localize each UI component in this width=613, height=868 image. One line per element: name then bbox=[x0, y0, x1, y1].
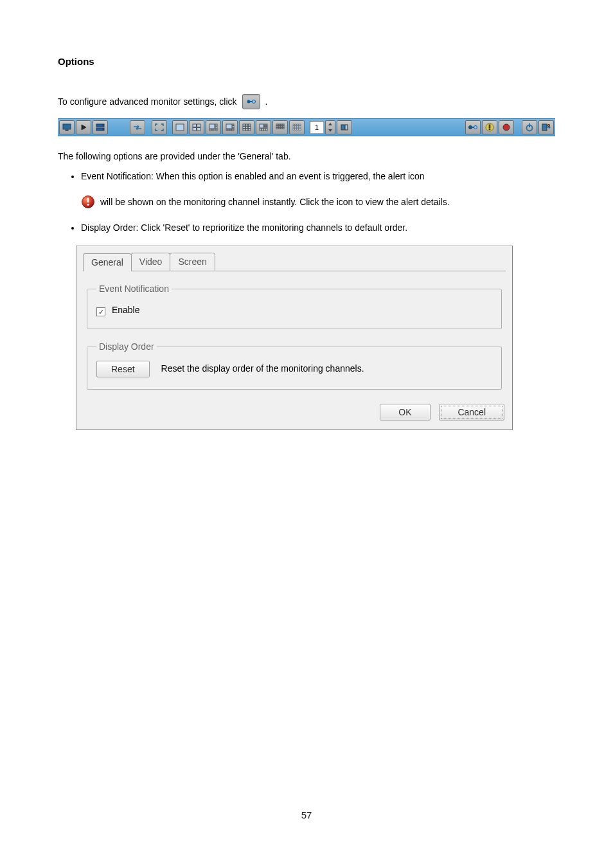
play-icon-button[interactable] bbox=[76, 120, 91, 134]
page-number: 57 bbox=[0, 808, 613, 823]
svg-rect-46 bbox=[265, 129, 267, 131]
fullscreen-icon-button[interactable] bbox=[152, 120, 167, 134]
page-spinner[interactable] bbox=[325, 120, 335, 134]
svg-rect-63 bbox=[293, 126, 295, 127]
svg-marker-76 bbox=[328, 129, 332, 132]
svg-rect-30 bbox=[245, 124, 248, 126]
svg-point-85 bbox=[503, 124, 510, 131]
alert-status-icon-button[interactable] bbox=[482, 120, 497, 134]
svg-rect-58 bbox=[283, 127, 285, 129]
svg-rect-69 bbox=[297, 127, 299, 129]
layout-1-icon[interactable] bbox=[172, 120, 188, 134]
svg-rect-47 bbox=[276, 124, 278, 125]
enable-label: Enable bbox=[112, 305, 140, 315]
group-event-notification-legend: Event Notification bbox=[96, 282, 172, 296]
layout-4-icon[interactable] bbox=[189, 120, 204, 134]
layout-9-icon[interactable] bbox=[239, 120, 254, 134]
options-icon-button[interactable] bbox=[465, 120, 481, 134]
svg-rect-23 bbox=[233, 126, 234, 127]
server-icon-button[interactable] bbox=[93, 120, 108, 134]
svg-rect-50 bbox=[283, 124, 285, 125]
svg-rect-16 bbox=[215, 124, 217, 126]
section-title: Options bbox=[58, 54, 555, 69]
svg-rect-44 bbox=[262, 129, 263, 131]
page-number-input[interactable]: 1 bbox=[310, 121, 324, 134]
svg-rect-74 bbox=[299, 129, 301, 131]
options-icon bbox=[242, 94, 260, 109]
tab-general[interactable]: General bbox=[83, 253, 132, 271]
svg-rect-62 bbox=[299, 124, 301, 125]
svg-rect-10 bbox=[176, 124, 184, 131]
svg-rect-49 bbox=[280, 124, 282, 125]
layout-16-icon[interactable] bbox=[289, 120, 305, 134]
enable-checkbox[interactable] bbox=[96, 307, 105, 316]
svg-rect-83 bbox=[489, 125, 490, 128]
svg-point-0 bbox=[247, 100, 250, 104]
svg-rect-57 bbox=[280, 127, 282, 129]
svg-rect-88 bbox=[542, 124, 547, 131]
svg-point-89 bbox=[547, 124, 549, 126]
svg-rect-41 bbox=[264, 127, 265, 129]
svg-rect-22 bbox=[233, 124, 234, 125]
svg-rect-39 bbox=[264, 124, 265, 126]
svg-rect-72 bbox=[295, 129, 297, 131]
svg-rect-35 bbox=[243, 129, 245, 131]
svg-rect-24 bbox=[233, 127, 234, 129]
svg-rect-15 bbox=[209, 124, 215, 129]
svg-rect-28 bbox=[232, 129, 234, 131]
ok-button[interactable]: OK bbox=[380, 404, 430, 420]
svg-rect-27 bbox=[230, 129, 232, 131]
svg-rect-43 bbox=[260, 129, 262, 131]
svg-rect-67 bbox=[293, 127, 295, 129]
svg-rect-36 bbox=[245, 129, 248, 131]
svg-rect-77 bbox=[341, 125, 344, 130]
monitor-icon-button[interactable] bbox=[59, 120, 75, 134]
svg-rect-21 bbox=[226, 124, 232, 129]
svg-point-9 bbox=[102, 129, 103, 130]
svg-rect-45 bbox=[263, 129, 265, 131]
svg-rect-31 bbox=[248, 124, 251, 126]
switch-icon-button[interactable] bbox=[130, 120, 145, 134]
alert-icon bbox=[81, 195, 95, 209]
svg-rect-84 bbox=[489, 129, 490, 130]
svg-point-8 bbox=[102, 125, 103, 126]
svg-rect-64 bbox=[295, 126, 297, 127]
svg-rect-48 bbox=[278, 124, 280, 125]
svg-rect-18 bbox=[209, 129, 211, 131]
layout-6-icon[interactable] bbox=[206, 120, 221, 134]
svg-rect-33 bbox=[245, 127, 248, 129]
svg-rect-61 bbox=[297, 124, 299, 125]
svg-rect-12 bbox=[197, 124, 201, 127]
svg-point-79 bbox=[469, 126, 472, 129]
tab-screen[interactable]: Screen bbox=[170, 253, 215, 271]
intro-text-before: To configure advanced monitor settings, … bbox=[58, 95, 237, 109]
layout-12-icon[interactable] bbox=[272, 120, 288, 134]
svg-rect-26 bbox=[228, 129, 230, 131]
svg-rect-68 bbox=[295, 127, 297, 129]
cancel-button[interactable]: Cancel bbox=[439, 404, 504, 420]
bullet-event-notification: Event Notification: When this option is … bbox=[81, 168, 555, 185]
svg-rect-78 bbox=[345, 125, 348, 130]
svg-rect-38 bbox=[260, 124, 263, 128]
power-icon-button[interactable] bbox=[522, 120, 537, 134]
exit-icon-button[interactable] bbox=[538, 120, 554, 134]
svg-rect-54 bbox=[283, 126, 285, 127]
reset-button[interactable]: Reset bbox=[96, 361, 150, 377]
sequence-icon-button[interactable] bbox=[337, 120, 352, 134]
toolbar: 1 bbox=[58, 118, 555, 136]
svg-rect-53 bbox=[280, 126, 282, 127]
svg-point-92 bbox=[87, 204, 89, 206]
svg-marker-5 bbox=[82, 125, 86, 130]
bullet-display-order: Display Order: Click 'Reset' to repriori… bbox=[81, 220, 555, 237]
group-display-order-legend: Display Order bbox=[96, 339, 157, 354]
group-event-notification: Event Notification Enable bbox=[87, 282, 502, 329]
record-icon-button[interactable] bbox=[499, 120, 514, 134]
layout-8-icon[interactable] bbox=[222, 120, 238, 134]
svg-rect-20 bbox=[215, 129, 217, 131]
layout-10-icon[interactable] bbox=[256, 120, 271, 134]
svg-rect-17 bbox=[215, 127, 217, 129]
group-display-order: Display Order Reset Reset the display or… bbox=[87, 339, 502, 389]
svg-rect-42 bbox=[266, 127, 267, 129]
svg-rect-40 bbox=[266, 124, 267, 126]
tab-video[interactable]: Video bbox=[131, 253, 171, 271]
